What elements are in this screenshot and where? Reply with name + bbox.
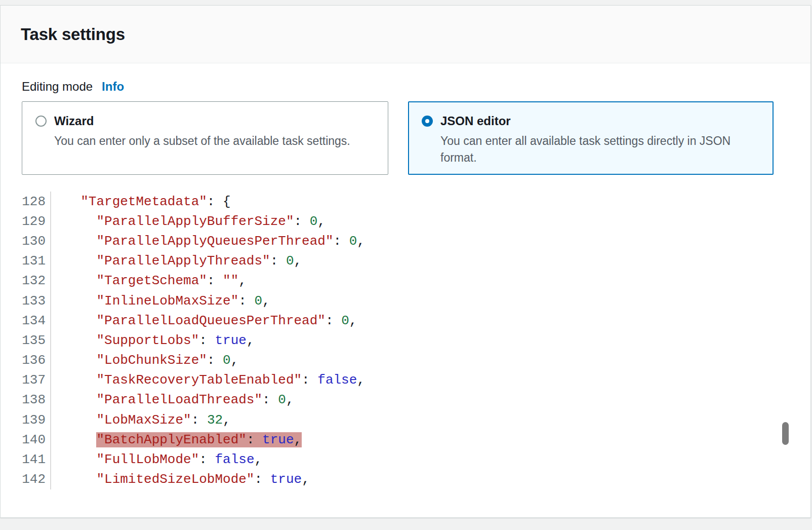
wizard-option-title: Wizard: [54, 114, 94, 128]
code-line[interactable]: 140 "BatchApplyEnabled": true,: [22, 430, 790, 449]
json-code-editor[interactable]: 128 "TargetMetadata": {129 "ParallelAppl…: [22, 192, 790, 489]
editing-mode-label: Editing mode: [22, 80, 93, 94]
tile-head: Wizard: [35, 114, 375, 128]
code-line[interactable]: 130 "ParallelApplyQueuesPerThread": 0,: [22, 231, 790, 251]
line-number: 139: [22, 410, 51, 430]
code-line[interactable]: 141 "FullLobMode": false,: [22, 449, 790, 469]
code-line[interactable]: 133 "InlineLobMaxSize": 0,: [22, 291, 790, 311]
code-line[interactable]: 132 "TargetSchema": "",: [22, 271, 790, 291]
wizard-option-description: You can enter only a subset of the avail…: [54, 133, 375, 149]
editing-mode-option-wizard[interactable]: Wizard You can enter only a subset of th…: [22, 101, 388, 175]
code-line[interactable]: 134 "ParallelLoadQueuesPerThread": 0,: [22, 311, 790, 330]
code-line[interactable]: 138 "ParallelLoadThreads": 0,: [22, 390, 790, 410]
code-text: "LimitedSizeLobMode": true,: [51, 472, 310, 487]
editing-mode-option-json-editor[interactable]: JSON editor You can enter all available …: [408, 101, 774, 175]
scrollbar-thumb[interactable]: [782, 422, 789, 445]
line-number: 138: [22, 390, 51, 410]
code-text: "FullLobMode": false,: [51, 452, 262, 467]
code-line[interactable]: 137 "TaskRecoveryTableEnabled": false,: [22, 370, 790, 390]
info-link[interactable]: Info: [102, 80, 124, 94]
line-number: 133: [22, 291, 51, 311]
code-line[interactable]: 142 "LimitedSizeLobMode": true,: [22, 470, 790, 489]
code-line[interactable]: 135 "SupportLobs": true,: [22, 330, 790, 350]
code-text: "TargetMetadata": {: [51, 194, 231, 209]
code-text: "BatchApplyEnabled": true,: [51, 432, 302, 447]
code-line[interactable]: 129 "ParallelApplyBufferSize": 0,: [22, 211, 790, 231]
code-text: "ParallelApplyBufferSize": 0,: [51, 214, 326, 229]
line-number: 135: [22, 330, 51, 350]
line-number: 131: [22, 251, 51, 271]
code-text: "TargetSchema": "",: [51, 273, 247, 288]
code-text: "LobMaxSize": 32,: [51, 412, 231, 428]
json-editor-option-title: JSON editor: [440, 114, 511, 128]
line-number: 136: [22, 351, 51, 370]
line-number: 137: [22, 370, 51, 390]
code-text: "TaskRecoveryTableEnabled": false,: [51, 372, 365, 388]
search-highlight: "BatchApplyEnabled": true,: [96, 432, 302, 447]
code-text: "ParallelApplyQueuesPerThread": 0,: [51, 234, 365, 249]
code-text: "InlineLobMaxSize": 0,: [51, 293, 270, 309]
line-number: 128: [22, 192, 51, 211]
line-number: 132: [22, 271, 51, 291]
code-text: "ParallelApplyThreads": 0,: [51, 253, 302, 269]
line-number: 129: [22, 211, 51, 231]
line-number: 142: [22, 470, 51, 489]
code-line[interactable]: 131 "ParallelApplyThreads": 0,: [22, 251, 790, 271]
code-line[interactable]: 136 "LobChunkSize": 0,: [22, 351, 790, 370]
task-settings-panel: Task settings Editing mode Info Wizard Y…: [0, 5, 811, 518]
line-number: 140: [22, 430, 51, 449]
panel-header: Task settings: [1, 6, 810, 63]
editing-mode-row: Editing mode Info: [22, 80, 790, 94]
panel-body: Editing mode Info Wizard You can enter o…: [1, 63, 810, 489]
code-text: "ParallelLoadThreads": 0,: [51, 392, 294, 407]
code-text: "ParallelLoadQueuesPerThread": 0,: [51, 313, 357, 328]
line-number: 130: [22, 231, 51, 251]
code-line[interactable]: 128 "TargetMetadata": {: [22, 192, 790, 211]
line-number: 134: [22, 311, 51, 330]
wizard-radio-icon[interactable]: [35, 116, 47, 127]
code-text: "SupportLobs": true,: [51, 333, 255, 348]
json-editor-radio-icon[interactable]: [422, 116, 433, 127]
line-number: 141: [22, 449, 51, 469]
json-editor-option-description: You can enter all available task setting…: [440, 133, 760, 166]
code-line[interactable]: 139 "LobMaxSize": 32,: [22, 410, 790, 430]
editing-mode-tiles: Wizard You can enter only a subset of th…: [22, 101, 790, 175]
tile-head: JSON editor: [422, 114, 760, 128]
code-text: "LobChunkSize": 0,: [51, 353, 238, 368]
panel-title: Task settings: [21, 25, 125, 44]
